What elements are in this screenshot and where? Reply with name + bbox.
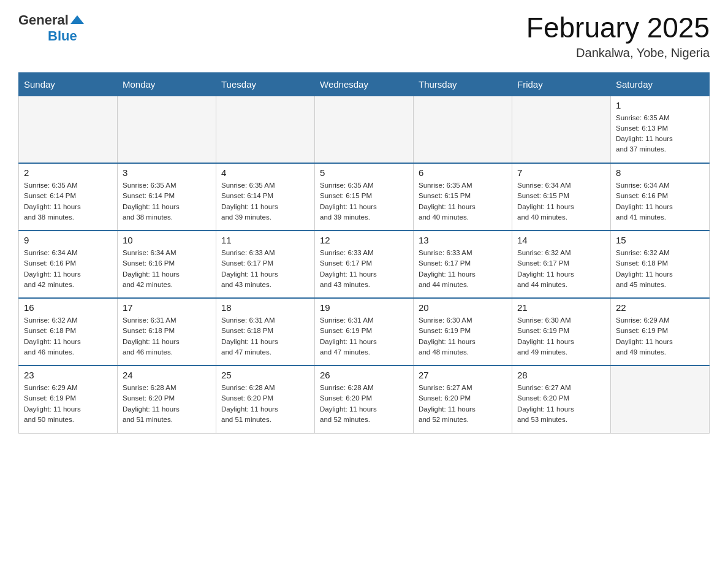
calendar-cell: 4Sunrise: 6:35 AMSunset: 6:14 PMDaylight… bbox=[216, 163, 315, 231]
calendar-cell: 2Sunrise: 6:35 AMSunset: 6:14 PMDaylight… bbox=[19, 163, 118, 231]
logo-triangle-icon bbox=[70, 15, 84, 25]
day-of-week-header: Sunday bbox=[19, 72, 118, 96]
day-number: 21 bbox=[517, 302, 605, 313]
calendar-cell: 21Sunrise: 6:30 AMSunset: 6:19 PMDayligh… bbox=[512, 298, 611, 366]
day-number: 8 bbox=[616, 167, 704, 178]
calendar-cell: 13Sunrise: 6:33 AMSunset: 6:17 PMDayligh… bbox=[414, 231, 512, 298]
day-number: 13 bbox=[419, 235, 507, 245]
calendar-cell: 27Sunrise: 6:27 AMSunset: 6:20 PMDayligh… bbox=[414, 366, 512, 433]
day-info: Sunrise: 6:33 AMSunset: 6:17 PMDaylight:… bbox=[320, 248, 408, 290]
day-info: Sunrise: 6:31 AMSunset: 6:18 PMDaylight:… bbox=[123, 315, 211, 358]
day-number: 10 bbox=[123, 235, 211, 245]
day-number: 22 bbox=[616, 302, 704, 313]
calendar-cell bbox=[315, 96, 414, 163]
day-number: 28 bbox=[517, 370, 605, 380]
calendar-cell: 18Sunrise: 6:31 AMSunset: 6:18 PMDayligh… bbox=[216, 298, 315, 366]
day-info: Sunrise: 6:27 AMSunset: 6:20 PMDaylight:… bbox=[419, 383, 507, 425]
day-number: 26 bbox=[320, 370, 408, 380]
day-info: Sunrise: 6:28 AMSunset: 6:20 PMDaylight:… bbox=[320, 383, 408, 425]
calendar-week-row: 1Sunrise: 6:35 AMSunset: 6:13 PMDaylight… bbox=[19, 96, 710, 163]
day-info: Sunrise: 6:30 AMSunset: 6:19 PMDaylight:… bbox=[419, 315, 507, 358]
day-number: 15 bbox=[616, 235, 704, 245]
calendar-cell: 16Sunrise: 6:32 AMSunset: 6:18 PMDayligh… bbox=[19, 298, 118, 366]
calendar-cell: 19Sunrise: 6:31 AMSunset: 6:19 PMDayligh… bbox=[315, 298, 414, 366]
page-header: General Blue February 2025 Dankalwa, Yob… bbox=[18, 12, 710, 60]
calendar-cell bbox=[611, 366, 710, 433]
calendar-week-row: 9Sunrise: 6:34 AMSunset: 6:16 PMDaylight… bbox=[19, 231, 710, 298]
calendar-cell bbox=[216, 96, 315, 163]
calendar-cell: 3Sunrise: 6:35 AMSunset: 6:14 PMDaylight… bbox=[118, 163, 216, 231]
day-info: Sunrise: 6:32 AMSunset: 6:17 PMDaylight:… bbox=[517, 248, 605, 290]
calendar-cell: 28Sunrise: 6:27 AMSunset: 6:20 PMDayligh… bbox=[512, 366, 611, 433]
calendar-cell: 17Sunrise: 6:31 AMSunset: 6:18 PMDayligh… bbox=[118, 298, 216, 366]
calendar-cell bbox=[118, 96, 216, 163]
day-info: Sunrise: 6:35 AMSunset: 6:15 PMDaylight:… bbox=[320, 180, 408, 223]
day-of-week-header: Thursday bbox=[414, 72, 512, 96]
svg-marker-0 bbox=[70, 15, 84, 24]
calendar-cell bbox=[414, 96, 512, 163]
calendar-table: SundayMondayTuesdayWednesdayThursdayFrid… bbox=[18, 72, 710, 434]
calendar-subtitle: Dankalwa, Yobe, Nigeria bbox=[526, 46, 710, 60]
day-number: 9 bbox=[24, 235, 112, 245]
day-number: 6 bbox=[419, 167, 507, 178]
calendar-cell bbox=[512, 96, 611, 163]
calendar-week-row: 2Sunrise: 6:35 AMSunset: 6:14 PMDaylight… bbox=[19, 163, 710, 231]
day-number: 16 bbox=[24, 302, 112, 313]
day-number: 12 bbox=[320, 235, 408, 245]
calendar-title: February 2025 bbox=[526, 12, 710, 44]
day-number: 14 bbox=[517, 235, 605, 245]
day-info: Sunrise: 6:29 AMSunset: 6:19 PMDaylight:… bbox=[24, 383, 112, 425]
calendar-cell: 8Sunrise: 6:34 AMSunset: 6:16 PMDaylight… bbox=[611, 163, 710, 231]
day-number: 20 bbox=[419, 302, 507, 313]
day-number: 11 bbox=[221, 235, 309, 245]
calendar-cell: 23Sunrise: 6:29 AMSunset: 6:19 PMDayligh… bbox=[19, 366, 118, 433]
day-info: Sunrise: 6:29 AMSunset: 6:19 PMDaylight:… bbox=[616, 315, 704, 358]
day-number: 1 bbox=[616, 100, 704, 110]
day-info: Sunrise: 6:32 AMSunset: 6:18 PMDaylight:… bbox=[24, 315, 112, 358]
day-number: 19 bbox=[320, 302, 408, 313]
calendar-cell: 10Sunrise: 6:34 AMSunset: 6:16 PMDayligh… bbox=[118, 231, 216, 298]
day-info: Sunrise: 6:35 AMSunset: 6:14 PMDaylight:… bbox=[123, 180, 211, 223]
day-info: Sunrise: 6:31 AMSunset: 6:19 PMDaylight:… bbox=[320, 315, 408, 358]
day-info: Sunrise: 6:35 AMSunset: 6:13 PMDaylight:… bbox=[616, 113, 704, 155]
calendar-cell: 24Sunrise: 6:28 AMSunset: 6:20 PMDayligh… bbox=[118, 366, 216, 433]
day-info: Sunrise: 6:28 AMSunset: 6:20 PMDaylight:… bbox=[221, 383, 309, 425]
calendar-cell: 25Sunrise: 6:28 AMSunset: 6:20 PMDayligh… bbox=[216, 366, 315, 433]
day-info: Sunrise: 6:31 AMSunset: 6:18 PMDaylight:… bbox=[221, 315, 309, 358]
calendar-cell: 26Sunrise: 6:28 AMSunset: 6:20 PMDayligh… bbox=[315, 366, 414, 433]
calendar-cell: 20Sunrise: 6:30 AMSunset: 6:19 PMDayligh… bbox=[414, 298, 512, 366]
calendar-cell: 11Sunrise: 6:33 AMSunset: 6:17 PMDayligh… bbox=[216, 231, 315, 298]
calendar-cell: 7Sunrise: 6:34 AMSunset: 6:15 PMDaylight… bbox=[512, 163, 611, 231]
title-section: February 2025 Dankalwa, Yobe, Nigeria bbox=[526, 12, 710, 60]
calendar-cell: 12Sunrise: 6:33 AMSunset: 6:17 PMDayligh… bbox=[315, 231, 414, 298]
day-info: Sunrise: 6:30 AMSunset: 6:19 PMDaylight:… bbox=[517, 315, 605, 358]
day-number: 5 bbox=[320, 167, 408, 178]
day-number: 24 bbox=[123, 370, 211, 380]
calendar-cell: 6Sunrise: 6:35 AMSunset: 6:15 PMDaylight… bbox=[414, 163, 512, 231]
day-info: Sunrise: 6:35 AMSunset: 6:14 PMDaylight:… bbox=[24, 180, 112, 223]
calendar-cell bbox=[19, 96, 118, 163]
day-number: 2 bbox=[24, 167, 112, 178]
day-info: Sunrise: 6:33 AMSunset: 6:17 PMDaylight:… bbox=[419, 248, 507, 290]
day-info: Sunrise: 6:28 AMSunset: 6:20 PMDaylight:… bbox=[123, 383, 211, 425]
calendar-cell: 14Sunrise: 6:32 AMSunset: 6:17 PMDayligh… bbox=[512, 231, 611, 298]
day-of-week-header: Friday bbox=[512, 72, 611, 96]
day-number: 7 bbox=[517, 167, 605, 178]
logo: General Blue bbox=[18, 12, 84, 44]
day-number: 27 bbox=[419, 370, 507, 380]
day-info: Sunrise: 6:35 AMSunset: 6:15 PMDaylight:… bbox=[419, 180, 507, 223]
calendar-week-row: 16Sunrise: 6:32 AMSunset: 6:18 PMDayligh… bbox=[19, 298, 710, 366]
calendar-cell: 5Sunrise: 6:35 AMSunset: 6:15 PMDaylight… bbox=[315, 163, 414, 231]
calendar-cell: 22Sunrise: 6:29 AMSunset: 6:19 PMDayligh… bbox=[611, 298, 710, 366]
day-of-week-header: Tuesday bbox=[216, 72, 315, 96]
day-info: Sunrise: 6:34 AMSunset: 6:16 PMDaylight:… bbox=[123, 248, 211, 290]
day-number: 17 bbox=[123, 302, 211, 313]
calendar-week-row: 23Sunrise: 6:29 AMSunset: 6:19 PMDayligh… bbox=[19, 366, 710, 433]
day-number: 23 bbox=[24, 370, 112, 380]
day-number: 4 bbox=[221, 167, 309, 178]
day-number: 18 bbox=[221, 302, 309, 313]
calendar-cell: 1Sunrise: 6:35 AMSunset: 6:13 PMDaylight… bbox=[611, 96, 710, 163]
day-number: 3 bbox=[123, 167, 211, 178]
day-info: Sunrise: 6:34 AMSunset: 6:16 PMDaylight:… bbox=[616, 180, 704, 223]
day-of-week-header: Saturday bbox=[611, 72, 710, 96]
